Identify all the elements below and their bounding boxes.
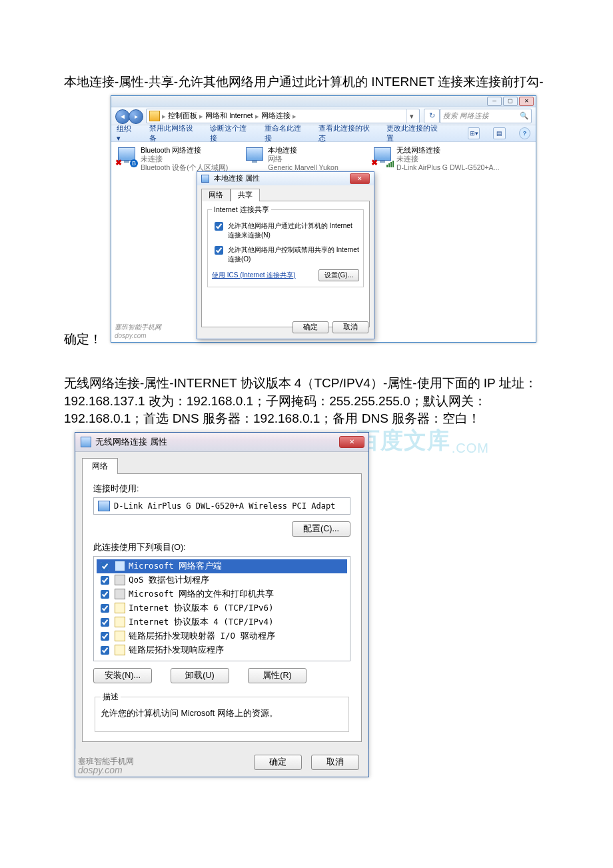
connection-wlan[interactable]: ✖ 无线网络连接 未连接 D-Link AirPlus G DWL-G520+A… bbox=[372, 146, 526, 172]
address-bar[interactable]: ▸ 控制面板 ▸ 网络和 Internet ▸ 网络连接 ▸ ▾ bbox=[146, 109, 420, 123]
disconnected-icon: ✖ bbox=[371, 158, 378, 167]
toolbar-organize[interactable]: 组织 ▾ bbox=[117, 124, 136, 143]
preview-pane-button[interactable]: ▤ bbox=[493, 127, 506, 139]
dialog-close-button[interactable]: ✕ bbox=[339, 436, 364, 448]
cancel-button[interactable]: 取消 bbox=[311, 755, 359, 770]
list-item[interactable]: Microsoft 网络的文件和打印机共享 bbox=[97, 587, 347, 601]
item-checkbox[interactable] bbox=[101, 646, 109, 655]
item-checkbox[interactable] bbox=[101, 562, 109, 571]
folder-icon bbox=[149, 111, 160, 121]
ok-button[interactable]: 确定 bbox=[254, 755, 302, 770]
search-input[interactable]: 搜索 网络连接 🔍 bbox=[440, 109, 532, 123]
watermark-en: dospy.com bbox=[78, 765, 123, 775]
bluetooth-connection-icon: ✖ B bbox=[117, 146, 137, 166]
disconnected-icon: ✖ bbox=[115, 158, 122, 167]
toolbar-changeset[interactable]: 更改此连接的设置 bbox=[386, 123, 441, 143]
forward-button[interactable]: ▸ bbox=[129, 109, 143, 124]
dialog-icon bbox=[201, 175, 209, 183]
list-item[interactable]: Microsoft 网络客户端 bbox=[97, 559, 347, 573]
allow-control-label: 允许其他网络用户控制或禁用共享的 Internet 连接(O) bbox=[228, 245, 359, 264]
connection-status: 网络 bbox=[268, 155, 368, 163]
minimize-button[interactable]: ─ bbox=[487, 97, 502, 106]
watermark-en: dospy.com bbox=[115, 332, 147, 339]
baidu-wenku-watermark: 百度文库 .COM bbox=[357, 425, 489, 456]
tab-sharing[interactable]: 共享 bbox=[231, 189, 260, 201]
protocol-list[interactable]: Microsoft 网络客户端QoS 数据包计划程序Microsoft 网络的文… bbox=[93, 556, 350, 661]
list-item[interactable]: QoS 数据包计划程序 bbox=[97, 573, 347, 587]
connect-using-label: 连接时使用: bbox=[93, 483, 350, 495]
protocol-icon bbox=[115, 603, 125, 613]
list-item[interactable]: 链路层拓扑发现映射器 I/O 驱动程序 bbox=[97, 629, 347, 643]
search-placeholder: 搜索 网络连接 bbox=[443, 111, 489, 121]
protocol-icon bbox=[115, 645, 125, 655]
client-icon bbox=[115, 561, 125, 571]
paragraph-2: 无线网络连接-属性-INTERNET 协议版本 4（TCP/IPV4）-属性-使… bbox=[64, 376, 537, 425]
tab-network[interactable]: 网络 bbox=[201, 189, 231, 201]
nic-icon bbox=[98, 501, 110, 511]
paragraph-1-end: 确定！ bbox=[64, 332, 102, 346]
properties-button[interactable]: 属性(R) bbox=[248, 668, 306, 683]
search-icon: 🔍 bbox=[520, 111, 528, 120]
back-button[interactable]: ◄ bbox=[115, 109, 130, 124]
breadcrumb-3[interactable]: 网络连接 bbox=[261, 111, 291, 121]
allow-connect-checkbox[interactable] bbox=[215, 222, 223, 231]
list-item[interactable]: Internet 协议版本 6 (TCP/IPv6) bbox=[97, 601, 347, 615]
item-checkbox[interactable] bbox=[101, 604, 109, 613]
breadcrumb-2[interactable]: 网络和 Internet bbox=[205, 111, 253, 121]
dialog-title: 本地连接 属性 bbox=[214, 174, 260, 182]
adapter-field: D-Link AirPlus G DWL-G520+A Wireless PCI… bbox=[93, 497, 350, 515]
toolbar-rename[interactable]: 重命名此连接 bbox=[265, 123, 305, 143]
connection-device: D-Link AirPlus G DWL-G520+A... bbox=[396, 163, 499, 172]
item-checkbox[interactable] bbox=[101, 576, 109, 585]
uninstall-button[interactable]: 卸载(U) bbox=[171, 668, 229, 683]
ok-button[interactable]: 确定 bbox=[293, 321, 328, 333]
dialog-close-button[interactable]: ✕ bbox=[350, 173, 370, 184]
protocol-icon bbox=[115, 617, 125, 627]
toolbar-viewstatus[interactable]: 查看此连接的状态 bbox=[318, 123, 373, 143]
baidu-wenku-com: .COM bbox=[452, 441, 489, 456]
view-mode-button[interactable]: ⊞▾ bbox=[468, 127, 480, 139]
allow-connect-label: 允许其他网络用户通过此计算机的 Internet 连接来连接(N) bbox=[228, 221, 359, 240]
connection-name: 无线网络连接 bbox=[396, 146, 499, 155]
item-label: Microsoft 网络客户端 bbox=[129, 561, 222, 572]
list-item[interactable]: 链路层拓扑发现响应程序 bbox=[97, 643, 347, 657]
help-icon[interactable]: ? bbox=[519, 127, 530, 139]
paragraph-1: 本地连接-属性-共享-允许其他网络用户通过此计算机的 INTERNET 连接来连… bbox=[64, 75, 544, 89]
lan-properties-dialog: 本地连接 属性 ✕ 网络 共享 Internet 连接共享 允许其他网络用户通过… bbox=[197, 171, 374, 339]
toolbar-disable[interactable]: 禁用此网络设备 bbox=[149, 123, 197, 143]
breadcrumb-1[interactable]: 控制面板 bbox=[168, 111, 197, 121]
item-checkbox[interactable] bbox=[101, 632, 109, 641]
service-icon bbox=[115, 589, 125, 599]
description-legend: 描述 bbox=[101, 691, 121, 703]
item-checkbox[interactable] bbox=[101, 590, 109, 599]
close-button[interactable]: ✕ bbox=[519, 97, 534, 106]
allow-control-checkbox[interactable] bbox=[215, 246, 223, 255]
watermark-cn: 塞班智能手机网 bbox=[115, 323, 161, 331]
item-label: QoS 数据包计划程序 bbox=[129, 575, 209, 586]
lan-connection-icon bbox=[245, 146, 264, 166]
address-dropdown[interactable]: ▾ bbox=[406, 109, 416, 123]
maximize-button[interactable]: ▢ bbox=[503, 97, 518, 106]
configure-button[interactable]: 配置(C)... bbox=[292, 521, 350, 537]
ics-help-link[interactable]: 使用 ICS (Internet 连接共享) bbox=[212, 271, 296, 280]
tab-network[interactable]: 网络 bbox=[82, 458, 118, 474]
screenshot-network-connections: ─ ▢ ✕ ◄ ▸ ▸ 控制面板 ▸ 网络和 Internet ▸ 网络连接 ▸… bbox=[111, 95, 536, 343]
connection-bluetooth[interactable]: ✖ B Bluetooth 网络连接 未连接 Bluetooth 设备(个人区域… bbox=[117, 146, 240, 172]
cancel-button[interactable]: 取消 bbox=[332, 321, 368, 333]
ics-settings-button[interactable]: 设置(G)... bbox=[318, 269, 359, 281]
list-item[interactable]: Internet 协议版本 4 (TCP/IPv4) bbox=[97, 615, 347, 629]
item-label: Internet 协议版本 6 (TCP/IPv6) bbox=[129, 603, 274, 614]
item-checkbox[interactable] bbox=[101, 618, 109, 627]
install-button[interactable]: 安装(N)... bbox=[93, 668, 152, 683]
window-title-bar: ─ ▢ ✕ bbox=[111, 96, 536, 107]
nav-buttons: ◄ ▸ bbox=[115, 109, 142, 123]
protocol-icon bbox=[115, 631, 125, 641]
connection-status: 未连接 bbox=[396, 155, 499, 163]
item-label: Internet 协议版本 4 (TCP/IPv4) bbox=[129, 617, 274, 628]
dialog-title: 无线网络连接 属性 bbox=[95, 436, 167, 448]
description-text: 允许您的计算机访问 Microsoft 网络上的资源。 bbox=[101, 708, 343, 719]
wifi-signal-icon bbox=[386, 161, 394, 167]
refresh-button[interactable]: ↻ bbox=[424, 109, 440, 123]
description-group: 描述 允许您的计算机访问 Microsoft 网络上的资源。 bbox=[95, 691, 349, 732]
toolbar-diagnose[interactable]: 诊断这个连接 bbox=[210, 123, 251, 143]
